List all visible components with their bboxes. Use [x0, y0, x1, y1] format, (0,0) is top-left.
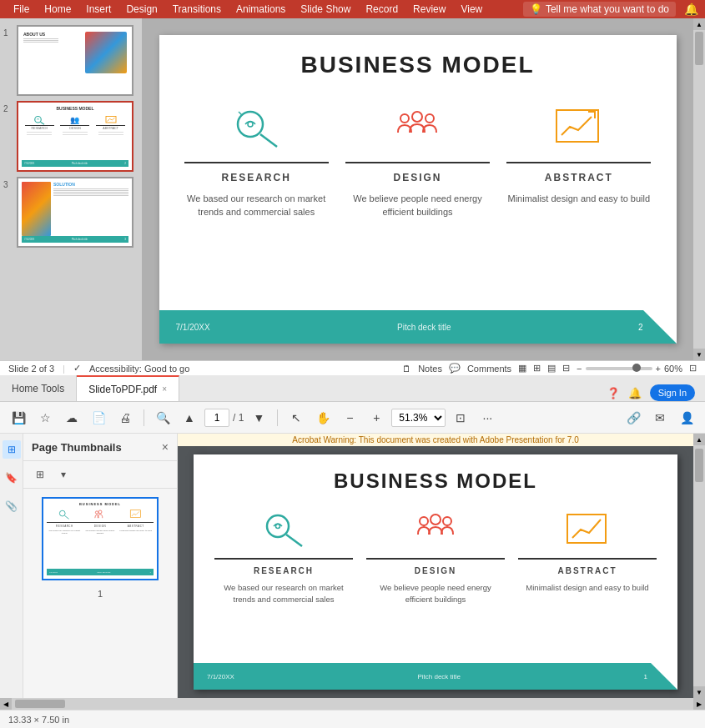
menu-record[interactable]: Record	[359, 1, 405, 18]
accessibility-icon: ✓	[73, 363, 81, 374]
toolbar-upload-icon[interactable]: ☁	[60, 406, 83, 429]
zoom-track[interactable]	[586, 367, 652, 370]
comments-label[interactable]: Comments	[467, 364, 511, 374]
toolbar-crop-icon[interactable]: ⊡	[449, 406, 472, 429]
toolbar-newdoc-icon[interactable]: 📄	[87, 406, 110, 429]
toolbar-zoomout2-icon[interactable]: −	[338, 406, 361, 429]
acrobat-right-scrollbar[interactable]: ▲ ▼	[693, 434, 705, 698]
scroll-right-up-btn[interactable]: ▲	[693, 434, 705, 445]
svg-rect-23	[567, 515, 606, 543]
panel-grid-icon[interactable]: ⊞	[30, 464, 50, 484]
toolbar-link-icon[interactable]: 🔗	[622, 406, 645, 429]
menu-animations[interactable]: Animations	[229, 1, 292, 18]
toolbar-zoomout-icon[interactable]: 🔍	[151, 406, 174, 429]
thumb1-graphic	[85, 32, 127, 73]
toolbar-bookmark-icon[interactable]: ☆	[33, 406, 57, 429]
acrobat-bottom-scrollbar[interactable]: ◀ ▶	[0, 698, 705, 710]
pdf-design-icon	[410, 510, 461, 551]
help-icon[interactable]: ❓	[607, 387, 620, 399]
ppt-search-box[interactable]: 💡 Tell me what you want to do	[523, 2, 676, 17]
zoom-thumb[interactable]	[632, 364, 641, 372]
scroll-right-thumb[interactable]	[695, 449, 703, 482]
scroll-bottom-track[interactable]	[12, 698, 693, 710]
zoom-select[interactable]: 51.3% 25% 50% 75% 100%	[391, 409, 446, 427]
notes-label[interactable]: Notes	[418, 364, 442, 374]
fit-icon[interactable]: ⊡	[689, 363, 697, 374]
menu-insert[interactable]: Insert	[79, 1, 118, 18]
notification-bell-icon[interactable]: 🔔	[628, 387, 642, 399]
acrobat-toolbar: 💾 ☆ ☁ 📄 🖨 🔍 ▲ / 1 ▼ ↖ ✋ − + 51.3% 25% 50…	[0, 402, 705, 434]
view-normal-icon[interactable]: ▦	[518, 363, 526, 374]
menu-transitions[interactable]: Transitions	[166, 1, 228, 18]
scroll-bottom-thumb[interactable]	[15, 700, 65, 708]
search-icon: 💡	[530, 3, 542, 15]
tab-home-tools[interactable]: Home Tools	[0, 375, 77, 401]
pdf-footer-center: Pitch deck title	[417, 673, 461, 680]
scroll-right-track[interactable]	[693, 445, 705, 686]
scroll-bottom-left-btn[interactable]: ◀	[0, 698, 12, 710]
slide-image-2[interactable]: BUSINESS MODEL 👥	[17, 101, 133, 172]
slide-thumb-1[interactable]: 1 ABOUT US	[3, 25, 138, 96]
scroll-up-btn[interactable]: ▲	[693, 18, 705, 30]
scroll-track[interactable]	[693, 30, 705, 349]
zoom-slider[interactable]: − + 60%	[577, 364, 682, 374]
scroll-bottom-right-btn[interactable]: ▶	[693, 698, 705, 710]
sidebar-thumbnails-icon[interactable]: ⊞	[3, 440, 21, 459]
scroll-thumb[interactable]	[695, 32, 703, 65]
toolbar-next-page-icon[interactable]: ▼	[247, 406, 270, 429]
thumb2-date: 7/1/20XX	[24, 162, 34, 165]
notification-icon[interactable]: 🔔	[684, 3, 698, 16]
panel-close-btn[interactable]: ×	[162, 440, 169, 454]
toolbar-zoomin2-icon[interactable]: +	[365, 406, 388, 429]
scroll-down-btn[interactable]: ▼	[693, 349, 705, 360]
toolbar-prev-page-icon[interactable]: ▲	[178, 406, 201, 429]
toolbar-hand-icon[interactable]: ✋	[311, 406, 335, 429]
tab-home-tools-label: Home Tools	[12, 383, 64, 394]
page-input[interactable]	[204, 409, 229, 427]
slide-image-1[interactable]: ABOUT US	[17, 25, 133, 96]
tab-pdf-file[interactable]: SlideToPDF.pdf ×	[77, 375, 179, 401]
view-slide-icon[interactable]: ▤	[547, 363, 556, 374]
svg-point-22	[443, 517, 451, 525]
sidebar-bookmark-icon[interactable]: 🔖	[3, 469, 21, 487]
zoom-out-btn[interactable]: −	[577, 364, 582, 374]
panel-toolbar: ⊞ ▾	[23, 461, 177, 489]
thumb2-center: Pitch deck title	[72, 162, 88, 165]
view-outline-icon[interactable]: ⊞	[533, 363, 541, 374]
panel-chevron-icon[interactable]: ▾	[53, 464, 73, 484]
ppt-scrollbar[interactable]: ▲ ▼	[693, 18, 705, 360]
research-label: RESEARCH	[221, 172, 290, 183]
menu-review[interactable]: Review	[406, 1, 452, 18]
pdf-icons-row: RESEARCH We based our research on market…	[214, 510, 657, 605]
menu-file[interactable]: File	[7, 1, 36, 18]
menu-view[interactable]: View	[454, 1, 489, 18]
toolbar-print-icon[interactable]: 🖨	[113, 406, 137, 429]
toolbar-email-icon[interactable]: ✉	[648, 406, 672, 429]
slide-image-3[interactable]: SOLUTION 7/1/20XX Pitch deck title	[17, 177, 133, 248]
toolbar-select-icon[interactable]: ↖	[285, 406, 308, 429]
sidebar-attach-icon[interactable]: 📎	[3, 497, 21, 515]
toolbar-save-icon[interactable]: 💾	[7, 406, 30, 429]
menu-home[interactable]: Home	[38, 1, 78, 18]
thumb3-footer: 7/1/20XX Pitch deck title 3	[22, 236, 128, 243]
design-icon: 👥	[68, 113, 82, 123]
zoom-in-btn[interactable]: +	[656, 364, 661, 374]
pdf-thumbnail-1[interactable]: BUSINESS MODEL RESEARCH We based our res…	[42, 497, 159, 580]
thumb-container: BUSINESS MODEL RESEARCH We based our res…	[23, 489, 177, 698]
slide-thumb-3[interactable]: 3 SOLUTION	[3, 177, 138, 248]
toolbar-more-icon[interactable]: ···	[476, 406, 499, 429]
menu-design[interactable]: Design	[119, 1, 164, 18]
slide-thumb-2[interactable]: 2 BUSINESS MODEL 👥	[3, 101, 138, 172]
research-icon	[33, 113, 46, 123]
abstract-icon	[104, 113, 118, 123]
thumb2-icon-research	[33, 113, 46, 123]
sign-in-button[interactable]: Sign In	[650, 384, 695, 401]
slide-number-1: 1	[3, 28, 13, 38]
thumb2-icons: 👥	[22, 113, 128, 123]
tab-close-btn[interactable]: ×	[162, 384, 167, 394]
toolbar-user-icon[interactable]: 👤	[675, 406, 698, 429]
menu-slideshow[interactable]: Slide Show	[294, 1, 357, 18]
svg-point-15	[98, 510, 102, 514]
view-sort-icon[interactable]: ⊟	[562, 363, 570, 374]
scroll-right-down-btn[interactable]: ▼	[693, 686, 705, 698]
